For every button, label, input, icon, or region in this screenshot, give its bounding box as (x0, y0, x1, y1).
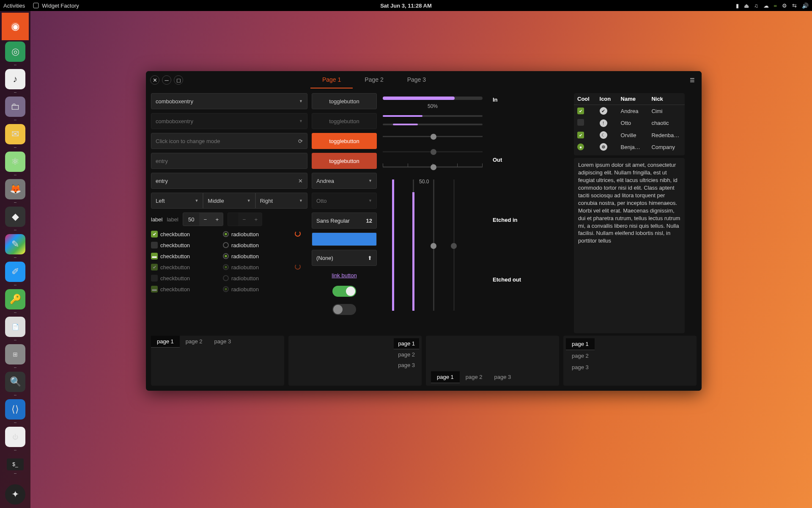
combo-andrea[interactable]: Andrea (312, 173, 377, 189)
app-name[interactable]: Widget Factory (42, 3, 79, 9)
font-button[interactable]: Sans Regular12 (312, 213, 377, 229)
dock-search[interactable]: 🔍-- (2, 370, 29, 398)
vslider-3[interactable] (429, 179, 438, 311)
link-button[interactable]: link button (312, 272, 377, 279)
nbleft-p3[interactable]: page 3 (566, 362, 595, 373)
dock-toggle[interactable]: ⏻-- (2, 425, 29, 453)
frame-out: Out (488, 153, 570, 213)
battery-icon[interactable]: ▮ (736, 3, 739, 9)
hamburger-menu[interactable]: ☰ (687, 75, 697, 85)
togglebutton-1[interactable]: togglebutton (312, 93, 377, 109)
eject-icon[interactable]: ⏏ (744, 3, 749, 9)
refresh-icon[interactable]: ⟳ (298, 138, 303, 144)
dock-chromium[interactable]: ◎-- (2, 40, 29, 68)
nbbot-p1[interactable]: page 1 (431, 371, 460, 383)
nvidia-icon[interactable]: ∞ (774, 3, 777, 8)
hslider-ticks[interactable] (383, 163, 483, 171)
hslider-1[interactable] (383, 132, 483, 141)
nbright-p1[interactable]: page 1 (394, 338, 419, 349)
dock-color[interactable]: ✎-- (2, 233, 29, 260)
checkbutton-1[interactable]: ✔checkbutton (151, 231, 223, 237)
combo-left[interactable]: Left (151, 193, 203, 209)
cloud-icon[interactable]: ☁ (763, 3, 769, 9)
spinbutton[interactable]: 50 − + (183, 213, 223, 226)
network-icon[interactable]: ⇆ (792, 3, 797, 9)
header-tab-page2[interactable]: Page 2 (353, 72, 395, 88)
dock-music[interactable]: ♪-- (2, 68, 29, 95)
close-button[interactable]: ✕ (150, 75, 159, 85)
table-row[interactable]: ✔✔AndreaCimi (574, 105, 685, 117)
combo-right[interactable]: Right (255, 193, 307, 209)
dock-compass[interactable]: ✦ (2, 480, 29, 508)
radiobutton-2[interactable]: radiobutton (223, 242, 295, 248)
volume-icon[interactable]: 🔊 (802, 3, 809, 9)
entry-filled[interactable]: ✕ (151, 173, 307, 189)
togglebutton-destructive[interactable]: togglebutton (312, 153, 377, 169)
dock-code[interactable]: ⟨⟩-- (2, 398, 29, 425)
treeview[interactable]: Cool Icon Name Nick ✔✔AndreaCimi!Ottocha… (574, 93, 685, 153)
nbtop-p3[interactable]: page 3 (208, 336, 237, 348)
dock-gimp[interactable]: 🦊-- (2, 178, 29, 205)
hslider-2 (383, 147, 483, 156)
radiobutton-5: radiobutton (223, 275, 295, 282)
th-nick[interactable]: Nick (648, 93, 685, 105)
dock-mail[interactable]: ✉-- (2, 123, 29, 150)
nbleft-p1[interactable]: page 1 (566, 338, 595, 350)
header-tab-page3[interactable]: Page 3 (395, 72, 438, 88)
vslider-2[interactable]: 50.0 (409, 179, 417, 311)
dock-terminal[interactable]: $_-- (2, 453, 29, 480)
vslider-1[interactable] (389, 179, 397, 311)
switch-off[interactable] (332, 304, 356, 315)
settings-icon[interactable]: ⚙ (782, 3, 787, 9)
color-button[interactable] (312, 232, 377, 246)
dock-ubuntu[interactable]: ◉ (2, 13, 29, 40)
dock-key[interactable]: 🔑-- (2, 288, 29, 315)
togglebutton-suggested[interactable]: togglebutton (312, 133, 377, 149)
clear-icon[interactable]: ✕ (298, 178, 303, 184)
dock-doc[interactable]: 📄-- (2, 315, 29, 343)
dock-disk[interactable]: ⊞-- (2, 343, 29, 370)
checkbutton-4: ✔checkbutton (151, 264, 223, 271)
label-2: label (167, 216, 178, 223)
nbleft-p2[interactable]: page 2 (566, 350, 595, 362)
nbbot-p3[interactable]: page 3 (488, 371, 517, 383)
dock-atom[interactable]: ⚛-- (2, 150, 29, 178)
comboboxentry-1[interactable]: comboboxentry (151, 93, 307, 109)
nbtop-p2[interactable]: page 2 (180, 336, 208, 348)
nbbot-p2[interactable]: page 2 (460, 371, 488, 383)
activities-button[interactable]: Activities (3, 3, 25, 9)
spin-minus[interactable]: − (199, 213, 211, 226)
entry-blank[interactable] (151, 153, 307, 169)
checkbutton-2[interactable]: checkbutton (151, 242, 223, 248)
clock[interactable]: Sat Jun 3, 11:28 AM (380, 3, 432, 9)
maximize-button[interactable]: ◻ (174, 75, 183, 85)
nbright-p3[interactable]: page 3 (394, 360, 419, 370)
nbtop-p1[interactable]: page 1 (151, 336, 180, 348)
table-row[interactable]: ●☸Benja…Company (574, 141, 685, 153)
switch-on[interactable] (332, 286, 356, 297)
music-icon[interactable]: ♫ (754, 3, 758, 9)
nbright-p2[interactable]: page 2 (394, 349, 419, 360)
combo-middle[interactable]: Middle (203, 193, 255, 209)
radiobutton-3[interactable]: radiobutton (223, 253, 295, 260)
table-row[interactable]: ✔☾OrvilleRedenbac… (574, 129, 685, 141)
minimize-button[interactable]: ─ (162, 75, 171, 85)
checkbutton-5: checkbutton (151, 275, 223, 282)
file-button[interactable]: (None) ⬆ (312, 250, 377, 266)
spin-plus[interactable]: + (211, 213, 223, 226)
spin-minus-disabled: − (238, 213, 250, 226)
dock-inkscape[interactable]: ◆-- (2, 205, 29, 233)
header-tab-page1[interactable]: Page 1 (310, 72, 353, 88)
th-icon[interactable]: Icon (596, 93, 617, 105)
table-row[interactable]: !Ottochaotic (574, 117, 685, 129)
dock-files[interactable]: 🗀-- (2, 95, 29, 123)
th-name[interactable]: Name (617, 93, 648, 105)
frame-in: In (488, 93, 570, 153)
mode-entry[interactable]: ⟳ (151, 133, 307, 149)
spin-plus-disabled: + (250, 213, 262, 226)
progressbar-3 (383, 124, 483, 125)
dock-editor[interactable]: ✐-- (2, 260, 29, 288)
checkbutton-3[interactable]: ▬checkbutton (151, 253, 223, 260)
radiobutton-1[interactable]: radiobutton (223, 231, 295, 237)
th-cool[interactable]: Cool (574, 93, 596, 105)
